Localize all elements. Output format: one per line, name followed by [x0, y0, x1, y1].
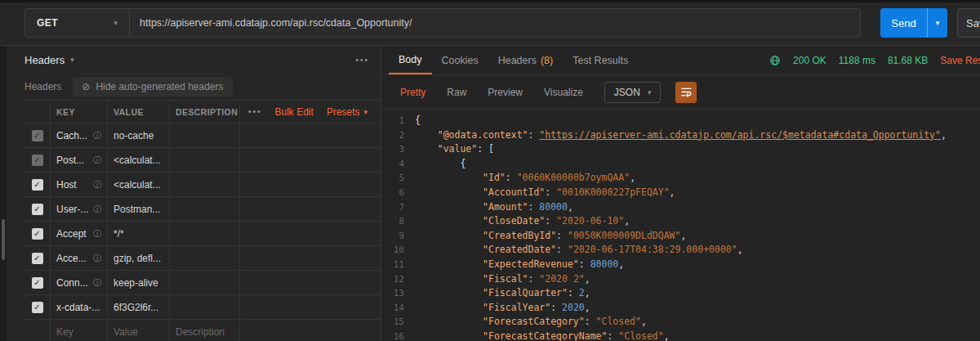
header-checkbox[interactable]: ✓: [32, 130, 43, 141]
view-tab-visualize[interactable]: Visualize: [534, 82, 593, 103]
code-line: 11 "ExpectedRevenue": 80000,: [382, 258, 980, 272]
header-checkbox[interactable]: ✓: [32, 277, 43, 289]
tab-cookies[interactable]: Cookies: [432, 46, 488, 74]
code-text: "FiscalQuarter": 2,: [415, 286, 590, 301]
code-line: 6 "AccountId": "0010K0000227pFEQAY",: [382, 186, 980, 200]
response-tabs: Body Cookies Headers (8) Test Results 20…: [382, 46, 980, 75]
tab-label: Test Results: [572, 55, 628, 66]
view-tab-pretty[interactable]: Pretty: [390, 82, 435, 103]
header-key-cell[interactable]: x-cdata-...: [51, 295, 108, 319]
header-key-cell[interactable]: Acce...ⓘ: [51, 246, 108, 270]
code-line: 12 "Fiscal": "2020 2",: [382, 272, 980, 287]
header-checkbox[interactable]: ✓: [32, 253, 43, 264]
header-checkbox[interactable]: ✓: [32, 155, 43, 166]
bulk-edit-link[interactable]: Bulk Edit: [275, 106, 314, 118]
presets-dropdown[interactable]: Presets ▾: [327, 106, 368, 118]
header-value-cell[interactable]: no-cache: [108, 123, 170, 147]
header-value-cell[interactable]: gzip, defl...: [108, 246, 170, 270]
header-row-spacer: [240, 148, 381, 172]
hide-auto-headers-toggle[interactable]: ⊘ Hide auto-generated headers: [73, 77, 232, 96]
response-body-code[interactable]: 1{2 "@odata.context": "https://apiserver…: [382, 110, 980, 341]
chevron-down-icon: ▾: [936, 19, 940, 27]
method-select[interactable]: GET ▾: [25, 9, 130, 37]
header-value-cell[interactable]: Postman...: [108, 197, 170, 221]
info-icon: ⓘ: [93, 130, 101, 141]
header-key-text: Cach...: [56, 130, 87, 141]
code-line: 5 "Id": "0060K00000b7oymQAA",: [382, 171, 980, 186]
code-text: "ExpectedRevenue": 80000,: [415, 258, 624, 272]
code-line: 3 "value": [: [382, 142, 980, 157]
line-number: 5: [382, 171, 415, 186]
headers-table: KEY VALUE DESCRIPTION ••• Bulk Edit Pres…: [24, 100, 381, 341]
header-checkbox[interactable]: ✓: [32, 204, 43, 215]
placeholder-key-cell[interactable]: Key: [51, 320, 108, 341]
header-key-text: Post...: [56, 155, 84, 166]
header-value-cell[interactable]: <calculat...: [108, 173, 170, 196]
scrollbar-thumb[interactable]: [2, 219, 5, 260]
url-input[interactable]: https://apiserver-ami.cdatajp.com/api.rs…: [130, 9, 860, 37]
placeholder-description-cell[interactable]: Description: [170, 320, 240, 341]
headers-label: Headers: [24, 81, 61, 92]
header-description-cell[interactable]: [170, 123, 240, 147]
tab-label: Body: [399, 54, 422, 65]
view-tab-preview[interactable]: Preview: [478, 82, 532, 103]
header-key-cell[interactable]: Acceptⓘ: [51, 222, 108, 245]
header-checkbox-cell: ✓: [24, 271, 51, 294]
header-value-cell[interactable]: keep-alive: [108, 271, 170, 294]
header-key-cell[interactable]: Conn...ⓘ: [51, 271, 108, 294]
tab-test-results[interactable]: Test Results: [563, 46, 638, 74]
info-icon: ⓘ: [93, 204, 101, 215]
header-key-cell[interactable]: User-...ⓘ: [51, 197, 108, 221]
table-more-options-icon[interactable]: •••: [248, 107, 262, 116]
code-text: "CreatedById": "0050K000009DLdDQAW",: [415, 229, 686, 244]
info-icon: ⓘ: [93, 228, 101, 240]
send-button[interactable]: Send: [880, 8, 927, 38]
header-row: ✓Acce...ⓘgzip, defl...: [24, 246, 381, 271]
headers-subheader-row: Headers ⊘ Hide auto-generated headers: [24, 74, 233, 100]
view-tab-raw[interactable]: Raw: [437, 82, 476, 103]
header-checkbox[interactable]: ✓: [32, 179, 43, 191]
header-row: ✓Acceptⓘ*/*: [24, 222, 381, 246]
header-description-cell[interactable]: [170, 271, 240, 294]
header-value-cell[interactable]: <calculat...: [108, 148, 170, 172]
code-text: "FiscalYear": 2020,: [415, 301, 590, 316]
tab-body[interactable]: Body: [389, 46, 432, 74]
send-options-button[interactable]: ▾: [927, 8, 947, 38]
headers-section-title: Headers: [24, 54, 65, 66]
chevron-down-icon[interactable]: ▾: [70, 56, 74, 64]
more-options-icon[interactable]: •••: [355, 56, 369, 65]
code-text: "Amount": 80000,: [415, 200, 573, 215]
code-text: "CreatedDate": "2020-06-17T04:38:29.000+…: [415, 243, 743, 258]
header-value-cell[interactable]: */*: [108, 222, 170, 245]
app-left-scrollbar[interactable]: [0, 46, 7, 341]
code-text: "CloseDate": "2020-06-10",: [415, 214, 630, 229]
header-description-cell[interactable]: [170, 148, 240, 172]
header-key-cell[interactable]: Cach...ⓘ: [51, 123, 108, 147]
save-response-button[interactable]: Save Resp: [940, 55, 980, 66]
header-description-cell[interactable]: [170, 222, 240, 245]
header-checkbox-cell: ✓: [24, 197, 51, 221]
info-icon: ⓘ: [93, 179, 101, 191]
tab-headers[interactable]: Headers (8): [488, 46, 564, 74]
header-key-cell[interactable]: Hostⓘ: [51, 173, 108, 196]
code-text: {: [415, 157, 466, 172]
headers-table-header: KEY VALUE DESCRIPTION ••• Bulk Edit Pres…: [24, 101, 381, 123]
header-checkbox[interactable]: ✓: [32, 302, 43, 313]
header-value-cell[interactable]: 6f3G2l6r...: [108, 295, 170, 319]
format-dropdown[interactable]: JSON ▾: [604, 82, 662, 103]
placeholder-value-cell[interactable]: Value: [108, 320, 170, 341]
wrap-text-button[interactable]: [675, 82, 697, 103]
header-row: ✓Hostⓘ<calculat...: [24, 173, 381, 197]
code-text: "value": [: [415, 142, 494, 157]
header-description-cell[interactable]: [170, 295, 240, 319]
header-checkbox-cell: ✓: [24, 222, 51, 245]
line-number: 2: [382, 128, 415, 143]
header-description-cell[interactable]: [170, 173, 240, 196]
header-checkbox[interactable]: ✓: [32, 228, 43, 240]
save-button[interactable]: Sav: [957, 8, 980, 38]
header-description-cell[interactable]: [170, 197, 240, 221]
window-top-edge: [0, 0, 980, 2]
header-key-cell[interactable]: Post...ⓘ: [51, 148, 108, 172]
header-key-text: x-cdata-...: [56, 302, 100, 313]
header-description-cell[interactable]: [170, 246, 240, 270]
